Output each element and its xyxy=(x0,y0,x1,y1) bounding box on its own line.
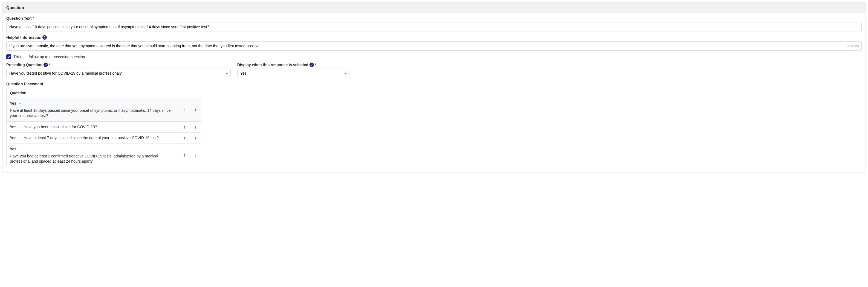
move-down-button: ↓ xyxy=(190,144,201,167)
move-down-button[interactable]: ↓ xyxy=(190,133,201,143)
required-mark: * xyxy=(49,63,50,67)
panel-header: Question xyxy=(2,2,866,13)
table-row: Yes→Have you been hospitalized for COVID… xyxy=(6,122,201,133)
followup-checkbox-label: This is a follow-up to a preceding quest… xyxy=(13,55,85,59)
helpful-info-input[interactable] xyxy=(6,41,862,50)
preceding-label: Preceding Question ?* xyxy=(6,63,231,67)
preceding-col: Preceding Question ?* Have you tested po… xyxy=(6,63,231,78)
label-text: Question Text xyxy=(6,16,31,21)
placement-row-question: Have at least 7 days passed since the da… xyxy=(24,135,159,141)
helpful-info-wrap: 153/500 xyxy=(6,41,862,50)
helpful-info-group: Helpful Information ? 153/500 xyxy=(6,35,862,50)
label-text: Preceding Question xyxy=(6,63,42,67)
display-when-col: Display when this response is selected ?… xyxy=(237,63,349,78)
help-icon[interactable]: ? xyxy=(42,35,47,40)
preceding-select[interactable]: Have you tested positive for COVID-19 by… xyxy=(6,69,231,78)
table-row: Yes→Have you had at least 2 confirmed ne… xyxy=(6,144,201,167)
placement-label: Question Placement xyxy=(6,82,862,86)
placement-row-actions: ↑↓ xyxy=(179,133,201,143)
placement-row-answer: Yes xyxy=(10,124,17,130)
placement-row-actions: ↑↓ xyxy=(179,144,201,167)
move-down-button[interactable]: ↓ xyxy=(190,98,201,121)
display-when-select[interactable]: Yes xyxy=(237,69,349,78)
table-row: Yes→Have at least 7 days passed since th… xyxy=(6,133,201,144)
placement-column-header: Question xyxy=(6,88,201,98)
question-text-group: Question Text* xyxy=(6,16,862,31)
followup-checkbox-row: This is a follow-up to a preceding quest… xyxy=(6,55,862,59)
required-mark: * xyxy=(33,16,34,21)
arrow-right-icon: → xyxy=(18,146,22,152)
help-icon[interactable]: ? xyxy=(309,63,314,67)
question-text-input[interactable] xyxy=(6,22,862,31)
label-text: Helpful Information xyxy=(6,35,41,40)
move-down-button[interactable]: ↓ xyxy=(190,122,201,133)
placement-rows: Yes→Have at least 10 days passed since y… xyxy=(6,98,201,167)
panel-title: Question xyxy=(6,5,24,10)
placement-table: Question Yes→Have at least 10 days passe… xyxy=(6,88,201,167)
display-when-label: Display when this response is selected ?… xyxy=(237,63,349,67)
arrow-right-icon: → xyxy=(18,124,22,130)
placement-row-actions: ↑↓ xyxy=(179,98,201,121)
preceding-row: Preceding Question ?* Have you tested po… xyxy=(6,63,862,78)
placement-row-question: Have at least 10 days passed since your … xyxy=(10,108,176,119)
check-icon xyxy=(7,55,10,59)
arrow-right-icon: → xyxy=(18,135,22,141)
placement-row-text: Yes→Have at least 7 days passed since th… xyxy=(6,133,179,143)
display-when-select-wrap: Yes ▾ xyxy=(237,69,349,78)
move-up-button[interactable]: ↑ xyxy=(179,144,190,167)
move-up-button[interactable]: ↑ xyxy=(179,133,190,143)
question-text-label: Question Text* xyxy=(6,16,862,21)
question-panel: Question Question Text* Helpful Informat… xyxy=(2,2,866,173)
placement-row-actions: ↑↓ xyxy=(179,122,201,133)
label-text: Display when this response is selected xyxy=(237,63,308,67)
placement-row-answer: Yes xyxy=(10,146,17,152)
required-mark: * xyxy=(315,63,316,67)
table-row: Yes→Have at least 10 days passed since y… xyxy=(6,98,201,122)
helpful-info-label: Helpful Information ? xyxy=(6,35,862,40)
placement-row-text: Yes→Have you had at least 2 confirmed ne… xyxy=(6,144,179,167)
placement-row-answer: Yes xyxy=(10,101,17,106)
placement-row-answer: Yes xyxy=(10,135,17,141)
help-icon[interactable]: ? xyxy=(43,63,48,67)
placement-row-text: Yes→Have you been hospitalized for COVID… xyxy=(6,122,179,133)
placement-row-question: Have you had at least 2 confirmed negati… xyxy=(10,154,176,164)
preceding-select-wrap: Have you tested positive for COVID-19 by… xyxy=(6,69,231,78)
followup-checkbox[interactable] xyxy=(6,55,11,59)
panel-body: Question Text* Helpful Information ? 153… xyxy=(2,13,866,172)
placement-row-question: Have you been hospitalized for COVID-19? xyxy=(24,124,97,130)
move-up-button[interactable]: ↑ xyxy=(179,122,190,133)
placement-row-text: Yes→Have at least 10 days passed since y… xyxy=(6,98,179,121)
move-up-button: ↑ xyxy=(179,98,190,121)
arrow-right-icon: → xyxy=(18,101,22,106)
